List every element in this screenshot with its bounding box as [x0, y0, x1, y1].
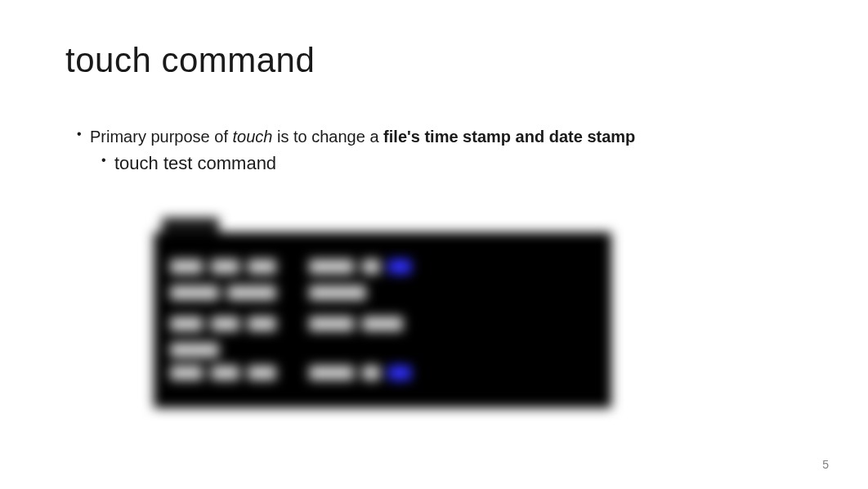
terminal-row: [170, 314, 403, 334]
slide-title: touch command: [65, 41, 803, 80]
terminal-row: [170, 363, 411, 383]
page-number: 5: [822, 458, 829, 471]
terminal-screenshot: [154, 218, 620, 414]
bullet-touch-test: touch test command: [96, 151, 803, 177]
bullet-primary-purpose: Primary purpose of touch is to change a …: [72, 125, 803, 148]
bullet1-text-bold: file's time stamp and date stamp: [383, 128, 635, 146]
terminal-titlebar: [162, 218, 219, 232]
terminal-row: [170, 340, 219, 360]
slide-content: Primary purpose of touch is to change a …: [65, 125, 803, 414]
terminal-row: [170, 257, 411, 276]
bullet1-text-italic: touch: [233, 128, 273, 146]
terminal-body: [154, 232, 611, 408]
slide-container: touch command Primary purpose of touch i…: [0, 0, 868, 489]
bullet1-text-prefix: Primary purpose of: [90, 128, 233, 146]
bullet1-text-middle: is to change a: [272, 128, 383, 146]
terminal-row: [170, 283, 366, 303]
